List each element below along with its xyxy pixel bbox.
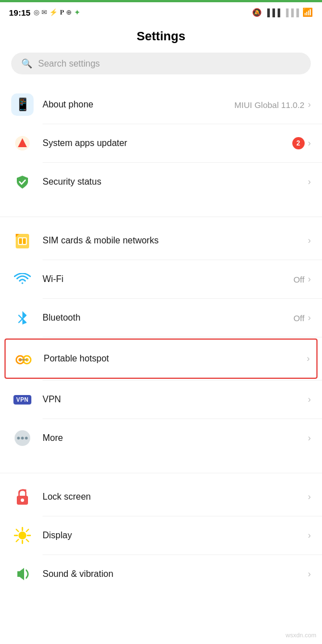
sim-right: › (308, 236, 311, 246)
sim-content: SIM cards & mobile networks › (43, 236, 311, 246)
page-title: Settings (137, 29, 185, 43)
hotspot-content: Portable hotspot › (44, 354, 310, 364)
section-system: 📱 About phone MIUI Global 11.0.2 › Syste… (0, 81, 322, 205)
system-apps-label: System apps updater (43, 138, 127, 148)
settings-item-vpn[interactable]: VPN VPN › (0, 380, 322, 419)
vpn-right: › (308, 394, 311, 405)
svg-line-26 (26, 529, 29, 532)
vpn-label: VPN (43, 394, 61, 405)
wifi-right: Off › (293, 274, 311, 284)
svg-line-27 (16, 539, 18, 542)
more-icon (11, 427, 34, 449)
display-icon (11, 524, 34, 547)
settings-item-portable-hotspot[interactable]: Portable hotspot › (4, 339, 318, 379)
svg-point-18 (21, 499, 24, 502)
lock-screen-label: Lock screen (43, 492, 91, 502)
status-time: 19:15 (9, 8, 30, 17)
system-apps-right: 2 › (292, 137, 311, 149)
settings-item-bluetooth[interactable]: Bluetooth Off › (0, 299, 322, 337)
lock-screen-content: Lock screen › (43, 492, 311, 502)
battery-icon: ⚡ (49, 8, 58, 16)
svg-line-24 (16, 529, 18, 532)
link-icon: ⊕ (66, 8, 72, 16)
vpn-content: VPN › (43, 394, 311, 405)
svg-rect-4 (19, 238, 22, 244)
phone-icon: 📱 (11, 93, 34, 116)
section-gap-2 (0, 462, 322, 473)
sim-icon (11, 229, 34, 252)
about-phone-label: About phone (43, 100, 94, 110)
chevron-icon: › (308, 569, 311, 579)
chevron-icon: › (308, 433, 311, 443)
section-personalization: Lock screen › Display › (0, 473, 322, 598)
divider (43, 337, 322, 337)
security-icon (11, 171, 34, 193)
chevron-icon: › (308, 138, 311, 148)
bell-icon: 🔕 (252, 8, 262, 17)
svg-point-15 (21, 437, 24, 440)
sim-label: SIM cards & mobile networks (43, 236, 158, 246)
sound-right: › (308, 569, 311, 579)
display-right: › (308, 530, 311, 540)
settings-item-system-apps-updater[interactable]: System apps updater 2 › (0, 124, 322, 162)
security-right: › (308, 177, 311, 187)
status-left-icons: ◎ ✉ ⚡ 𝐏 ⊕ ✦ (34, 8, 81, 17)
svg-line-25 (26, 539, 29, 542)
lock-icon (11, 486, 34, 508)
system-apps-content: System apps updater 2 › (43, 137, 311, 149)
search-bar[interactable]: 🔍 Search settings (11, 53, 311, 74)
vpn-badge-label: VPN (13, 395, 31, 405)
vpn-icon: VPN (11, 388, 34, 411)
chevron-icon: › (308, 530, 311, 540)
bluetooth-content: Bluetooth Off › (43, 313, 311, 323)
status-bar-right: 🔕 ▐▐▐ ▐▐▐ 📶 (252, 7, 313, 17)
hotspot-label: Portable hotspot (44, 354, 109, 364)
settings-item-sound[interactable]: Sound & vibration › (0, 555, 322, 593)
maps-icon: ✦ (74, 8, 81, 17)
section-connectivity: SIM cards & mobile networks › Wi-Fi Off … (0, 217, 322, 462)
hotspot-right: › (307, 354, 310, 364)
svg-rect-5 (23, 238, 26, 244)
sound-content: Sound & vibration › (43, 569, 311, 579)
chevron-icon: › (308, 236, 311, 246)
chevron-icon: › (308, 394, 311, 405)
more-right: › (308, 433, 311, 443)
bluetooth-right: Off › (293, 313, 311, 323)
wifi-icon (11, 268, 34, 290)
settings-item-about-phone[interactable]: 📱 About phone MIUI Global 11.0.2 › (0, 86, 322, 124)
svg-point-16 (25, 437, 28, 440)
watermark: wsxdn.com (286, 632, 316, 638)
lock-right: › (308, 492, 311, 502)
search-container[interactable]: 🔍 Search settings (0, 48, 322, 81)
about-phone-content: About phone MIUI Global 11.0.2 › (43, 100, 311, 110)
status-bar: 19:15 ◎ ✉ ⚡ 𝐏 ⊕ ✦ 🔕 ▐▐▐ ▐▐▐ 📶 (0, 2, 322, 22)
about-phone-right: MIUI Global 11.0.2 › (235, 100, 311, 110)
chevron-icon: › (308, 492, 311, 502)
hotspot-icon (12, 347, 35, 370)
display-content: Display › (43, 530, 311, 540)
update-badge: 2 (292, 137, 305, 149)
settings-item-display[interactable]: Display › (0, 516, 322, 554)
location-icon: ◎ (34, 8, 39, 16)
settings-item-sim-cards[interactable]: SIM cards & mobile networks › (0, 222, 322, 260)
wifi-content: Wi-Fi Off › (43, 274, 311, 284)
settings-item-security-status[interactable]: Security status › (0, 163, 322, 201)
settings-item-lock-screen[interactable]: Lock screen › (0, 478, 322, 516)
security-label: Security status (43, 177, 101, 187)
signal2-bars-icon: ▐▐▐ (283, 8, 299, 17)
settings-item-wifi[interactable]: Wi-Fi Off › (0, 260, 322, 298)
chevron-icon: › (308, 313, 311, 323)
security-content: Security status › (43, 177, 311, 187)
more-content: More › (43, 433, 311, 443)
settings-item-more[interactable]: More › (0, 419, 322, 457)
bluetooth-icon (11, 307, 34, 329)
signal-bars-icon: ▐▐▐ (265, 8, 281, 17)
pinterest-icon: 𝐏 (60, 8, 64, 16)
chevron-icon: › (308, 177, 311, 187)
search-icon: 🔍 (21, 58, 32, 69)
sound-label: Sound & vibration (43, 569, 113, 579)
section-gap-1 (0, 205, 322, 217)
status-bar-left: 19:15 ◎ ✉ ⚡ 𝐏 ⊕ ✦ (9, 8, 81, 17)
svg-point-19 (18, 532, 26, 539)
bluetooth-label: Bluetooth (43, 313, 81, 323)
